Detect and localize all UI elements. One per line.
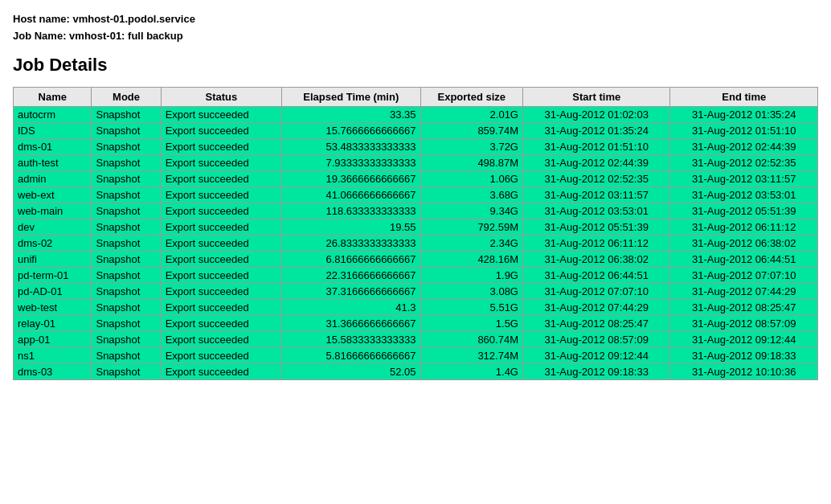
table-cell: Snapshot [92,171,161,187]
host-info-block: Host name: vmhost-01.podol.service Job N… [13,13,818,42]
table-cell: Export succeeded [161,300,281,316]
table-row: dms-02SnapshotExport succeeded26.8333333… [14,236,818,252]
table-cell: Export succeeded [161,316,281,332]
table-cell: pd-term-01 [14,268,92,284]
table-cell: 31-Aug-2012 08:57:09 [522,332,669,348]
table-cell: 53.4833333333333 [282,139,420,155]
table-cell: admin [14,171,92,187]
table-cell: Snapshot [92,107,161,123]
table-cell: 31-Aug-2012 05:51:39 [670,203,818,219]
table-cell: auth-test [14,155,92,171]
table-cell: Snapshot [92,187,161,203]
table-cell: 31-Aug-2012 06:38:02 [670,236,818,252]
col-header-mode: Mode [92,88,161,107]
table-cell: Export succeeded [161,219,281,236]
col-header-status: Status [161,88,281,107]
host-value: vmhost-01.podol.service [72,13,194,25]
table-cell: Snapshot [92,332,161,348]
table-cell: 31-Aug-2012 02:44:39 [522,155,669,171]
table-cell: 31-Aug-2012 06:44:51 [522,268,669,284]
job-label: Job Name: [13,30,66,42]
table-cell: Snapshot [92,219,161,236]
table-row: web-mainSnapshotExport succeeded118.6333… [14,203,818,219]
table-cell: Export succeeded [161,155,281,171]
table-cell: relay-01 [14,316,92,332]
table-cell: 31-Aug-2012 03:53:01 [670,187,818,203]
table-cell: Export succeeded [161,139,281,155]
table-row: app-01SnapshotExport succeeded15.5833333… [14,332,818,348]
table-cell: Export succeeded [161,332,281,348]
table-cell: Snapshot [92,139,161,155]
table-cell: 31-Aug-2012 06:38:02 [522,252,669,268]
table-cell: 860.74M [420,332,522,348]
table-cell: unifi [14,252,92,268]
table-cell: Export succeeded [161,171,281,187]
table-cell: 31-Aug-2012 07:07:10 [522,284,669,300]
table-cell: 31-Aug-2012 06:11:12 [670,219,818,236]
table-cell: Snapshot [92,284,161,300]
table-cell: 31-Aug-2012 07:44:29 [522,300,669,316]
table-cell: Export succeeded [161,364,281,380]
col-header-end-time: End time [670,88,818,107]
host-label: Host name: [13,13,70,25]
col-header-elapsed-time-(min): Elapsed Time (min) [282,88,420,107]
col-header-start-time: Start time [522,88,669,107]
table-cell: 52.05 [282,364,420,380]
table-cell: 31-Aug-2012 01:02:03 [522,107,669,123]
table-cell: Export succeeded [161,236,281,252]
table-cell: 31-Aug-2012 07:44:29 [670,284,818,300]
table-cell: 31-Aug-2012 05:51:39 [522,219,669,236]
table-cell: 118.633333333333 [282,203,420,219]
table-cell: Export succeeded [161,187,281,203]
table-cell: IDS [14,123,92,139]
table-cell: Snapshot [92,348,161,364]
table-cell: 31-Aug-2012 02:52:35 [670,155,818,171]
table-cell: 2.01G [420,107,522,123]
table-row: devSnapshotExport succeeded19.55792.59M3… [14,219,818,236]
table-cell: 31-Aug-2012 01:51:10 [670,123,818,139]
table-cell: dms-03 [14,364,92,380]
table-cell: 31-Aug-2012 02:52:35 [522,171,669,187]
table-cell: 22.3166666666667 [282,268,420,284]
table-cell: 26.8333333333333 [282,236,420,252]
table-cell: 41.3 [282,300,420,316]
table-row: dms-03SnapshotExport succeeded52.051.4G3… [14,364,818,380]
table-row: web-testSnapshotExport succeeded41.35.51… [14,300,818,316]
table-cell: 31-Aug-2012 09:12:44 [670,332,818,348]
table-cell: 33.35 [282,107,420,123]
table-cell: 2.34G [420,236,522,252]
table-cell: 31-Aug-2012 01:35:24 [670,107,818,123]
table-cell: 31-Aug-2012 09:18:33 [522,364,669,380]
table-cell: pd-AD-01 [14,284,92,300]
table-cell: Snapshot [92,364,161,380]
table-row: IDSSnapshotExport succeeded15.7666666666… [14,123,818,139]
table-cell: 31-Aug-2012 01:51:10 [522,139,669,155]
table-row: adminSnapshotExport succeeded19.36666666… [14,171,818,187]
table-cell: 1.06G [420,171,522,187]
table-cell: app-01 [14,332,92,348]
table-cell: 312.74M [420,348,522,364]
table-cell: dev [14,219,92,236]
table-cell: 3.08G [420,284,522,300]
table-cell: 31-Aug-2012 08:25:47 [670,300,818,316]
table-cell: Snapshot [92,300,161,316]
table-row: unifiSnapshotExport succeeded6.816666666… [14,252,818,268]
table-cell: ns1 [14,348,92,364]
table-cell: Snapshot [92,155,161,171]
table-cell: 792.59M [420,219,522,236]
host-name-line: Host name: vmhost-01.podol.service [13,13,818,25]
table-cell: Snapshot [92,203,161,219]
table-cell: 31-Aug-2012 09:18:33 [670,348,818,364]
table-row: relay-01SnapshotExport succeeded31.36666… [14,316,818,332]
table-cell: 19.3666666666667 [282,171,420,187]
table-cell: 31-Aug-2012 03:11:57 [670,171,818,187]
table-cell: 3.72G [420,139,522,155]
table-cell: 31-Aug-2012 10:10:36 [670,364,818,380]
col-header-name: Name [14,88,92,107]
table-cell: Export succeeded [161,123,281,139]
table-cell: 31-Aug-2012 08:25:47 [522,316,669,332]
table-cell: 31-Aug-2012 09:12:44 [522,348,669,364]
table-cell: 5.51G [420,300,522,316]
table-cell: Export succeeded [161,203,281,219]
table-cell: 31-Aug-2012 08:57:09 [670,316,818,332]
